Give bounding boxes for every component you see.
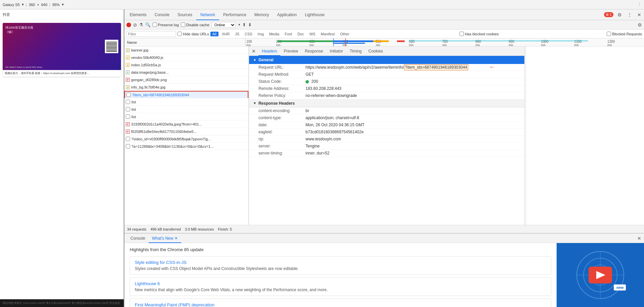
tab-console[interactable]: Console	[151, 9, 173, 20]
list-item[interactable]: P 3193f0002d1c1a4020e9a.jpeg?from=401...	[124, 121, 248, 128]
clear-btn[interactable]: ⊘	[133, 22, 137, 28]
response-headers-section-header[interactable]: ▼ Response Headers	[249, 99, 524, 107]
details-close-btn[interactable]: ✕	[249, 48, 258, 54]
zoom-dropdown-icon[interactable]: ▾	[62, 2, 64, 7]
list-item[interactable]: J info_bg.9c7bf04e.jpg	[124, 83, 248, 91]
filter-ws-btn[interactable]: WS	[307, 32, 317, 36]
resize-handle[interactable]	[524, 46, 526, 225]
tab-network[interactable]: Network	[196, 9, 219, 20]
dropdown-icon[interactable]: ▾	[22, 2, 24, 7]
tab-lighthouse[interactable]: Lighthouse	[301, 9, 329, 20]
download-icon[interactable]: ⬇	[248, 22, 252, 27]
filter-other-btn[interactable]: Other	[338, 32, 352, 36]
tab-application[interactable]: Application	[273, 9, 301, 20]
row-checkbox[interactable]	[126, 100, 130, 104]
general-section-header[interactable]: ▼ General	[249, 56, 524, 64]
response-headers-toggle-icon: ▼	[253, 101, 256, 105]
file-type-icon: I	[126, 70, 130, 74]
request-url-row: Request URL: https://www.iesdouyin.com/w…	[249, 64, 524, 71]
settings-icon[interactable]: ⚙	[616, 11, 623, 19]
hide-data-urls-checkbox[interactable]	[177, 32, 182, 36]
close-icon[interactable]: ✕	[636, 11, 643, 19]
list-item[interactable]: I data:image/png;base...	[124, 69, 248, 76]
filter-icon[interactable]: ⚗	[139, 22, 143, 27]
tab-headers[interactable]: Headers	[258, 46, 280, 56]
card2-heading: Lighthouse 6	[135, 281, 546, 286]
row-checkbox[interactable]	[126, 144, 130, 148]
filter-manifest-btn[interactable]: Manifest	[319, 32, 337, 36]
list-item[interactable]: J vendor.56b40040.js	[124, 54, 248, 61]
disable-cache-checkbox[interactable]	[181, 23, 185, 27]
throttle-dropdown[interactable]: ▾	[238, 23, 240, 27]
list-item[interactable]: list	[124, 113, 248, 121]
tab-preview[interactable]: Preview	[280, 46, 301, 56]
has-blocked-label[interactable]: Has blocked cookies	[459, 32, 499, 36]
blocked-requests-checkbox[interactable]	[607, 32, 611, 36]
filter-font-btn[interactable]: Font	[283, 32, 294, 36]
row-checkbox[interactable]	[126, 93, 131, 97]
list-item[interactable]: list	[124, 98, 248, 106]
network-list[interactable]: J banner.jpg J vendor.56b40040.js	[124, 46, 248, 225]
list-item[interactable]: ?a=11288&br=3408&bt=1136&cr=0&cs=0&cv=1.…	[124, 143, 248, 150]
list-item[interactable]: ?video_id=v0300ff80000btk8t5fbqak7ppvvn7…	[124, 135, 248, 143]
blocked-requests-label[interactable]: Blocked Requests	[607, 32, 642, 36]
list-item[interactable]: P f0258f61d8e54ecfb61770115604ebe5...	[124, 128, 248, 135]
tab-performance[interactable]: Performance	[219, 9, 250, 20]
throttle-select[interactable]: Online Fast 3G Slow 3G Offline	[211, 22, 236, 28]
network-settings-icon[interactable]: ⚙	[638, 22, 642, 28]
tab-cookies[interactable]: Cookies	[365, 46, 386, 56]
filter-bar: Hide data URLs All XHR JS CSS Img Media …	[124, 30, 644, 38]
filter-doc-btn[interactable]: Doc	[295, 32, 306, 36]
bottom-tab-console[interactable]: Console	[127, 234, 149, 243]
list-item[interactable]: J banner.jpg	[124, 46, 248, 54]
details-content: ▼ General Request URL: https://www.iesdo…	[249, 56, 524, 225]
selected-list-item[interactable]: ?item_ids=6874901946189303044	[124, 91, 248, 98]
row-checkbox[interactable]	[126, 107, 130, 111]
tab-memory[interactable]: Memory	[250, 9, 273, 20]
referrer-policy-value: no-referrer-when-downgrade	[306, 93, 357, 98]
more-icon[interactable]: ⋮	[626, 11, 633, 19]
date-key: date:	[258, 123, 306, 127]
list-item[interactable]: J index.1d50cb5a.js	[124, 61, 248, 69]
status-bar: 34 requests 496 kB transferred 3.0 MB re…	[124, 225, 644, 233]
filter-js-btn[interactable]: JS	[233, 32, 241, 36]
list-item[interactable]: P gongan_d0289dc.png	[124, 76, 248, 83]
device-zoom: 95%	[52, 3, 60, 7]
hide-data-urls-label[interactable]: Hide data URLs	[177, 32, 209, 36]
filter-media-btn[interactable]: Media	[267, 32, 281, 36]
bottom-close-btn[interactable]: ✕	[637, 236, 641, 241]
filter-all-btn[interactable]: All	[210, 32, 218, 36]
tab-elements[interactable]: Elements	[126, 9, 151, 20]
promo-image: new	[557, 243, 644, 307]
filter-css-btn[interactable]: CSS	[243, 32, 254, 36]
tab-initiator[interactable]: Initiator	[326, 46, 346, 56]
card3-heading: First Meaningful Paint (FMP) deprecation	[135, 302, 546, 307]
details-tabs: ✕ Headers Preview Response Initiator Tim…	[249, 46, 524, 56]
row-checkbox[interactable]	[126, 114, 130, 119]
preserve-log-label[interactable]: Preserve log	[153, 23, 179, 27]
record-btn[interactable]	[126, 23, 131, 27]
tiktok-logo: 抖音	[3, 12, 10, 17]
filter-xhr-btn[interactable]: XHR	[220, 32, 232, 36]
tab-sources[interactable]: Sources	[173, 9, 196, 20]
details-panel: ✕ Headers Preview Response Initiator Tim…	[249, 46, 524, 225]
disable-cache-label[interactable]: Disable cache	[181, 23, 209, 27]
eagleid-value: b73cd01816036869754561402e	[306, 130, 364, 134]
server-timing-value: inner; dur=52	[306, 151, 329, 156]
filter-input[interactable]	[126, 31, 176, 37]
search-icon[interactable]: 🔍	[145, 22, 151, 27]
device-more-btn[interactable]: ⋮	[638, 2, 641, 7]
tab-response[interactable]: Response	[301, 46, 326, 56]
file-type-icon: J	[126, 85, 130, 89]
filter-img-btn[interactable]: Img	[256, 32, 266, 36]
preserve-log-checkbox[interactable]	[153, 23, 157, 27]
has-blocked-checkbox[interactable]	[459, 32, 464, 36]
file-type-icon: J	[126, 63, 130, 67]
bottom-tab-whats-new[interactable]: What's New ✕	[149, 234, 181, 243]
row-checkbox[interactable]	[126, 137, 130, 141]
list-item[interactable]: list	[124, 106, 248, 113]
tab-timing[interactable]: Timing	[346, 46, 365, 56]
card-subtitle: 《鳗》	[5, 30, 14, 34]
upload-icon[interactable]: ⬆	[242, 22, 246, 27]
request-url-key: Request URL:	[258, 65, 306, 70]
